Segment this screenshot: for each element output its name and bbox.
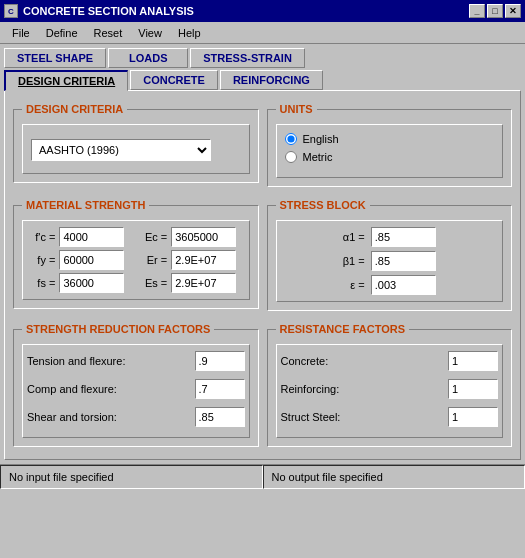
material-strength-label: MATERIAL STRENGTH [22,199,149,211]
beta1-input[interactable] [371,251,436,271]
shear-torsion-input[interactable] [195,407,245,427]
fy-label: fy = [27,254,55,266]
ec-label: Ec = [137,231,168,243]
window-controls: _ □ ✕ [469,4,521,18]
radio-metric-row: Metric [285,151,495,163]
design-criteria-dropdown-row: AASHTO (1996) ACI 318 LRFD [31,139,241,161]
tension-flex-row: Tension and flexure: [27,351,245,371]
es-label: Es = [137,277,168,289]
fy-input[interactable] [59,250,124,270]
menu-help[interactable]: Help [170,25,209,41]
menu-file[interactable]: File [4,25,38,41]
radio-metric[interactable] [285,151,297,163]
panel-grid: DESIGN CRITERIA AASHTO (1996) ACI 318 LR… [13,99,512,447]
ec-input[interactable] [171,227,236,247]
reinforcing-rf-row: Reinforcing: [281,379,499,399]
beta1-label: β1 = [281,255,365,267]
alpha1-label: α1 = [281,231,365,243]
shear-torsion-label: Shear and torsion: [27,411,191,423]
maximize-button[interactable]: □ [487,4,503,18]
units-group: UNITS English Metric [267,109,513,187]
tab-reinforcing[interactable]: REINFORCING [220,70,323,90]
units-label: UNITS [276,103,317,115]
status-right: No output file specified [263,465,526,489]
er-label: Er = [137,254,168,266]
tension-flex-label: Tension and flexure: [27,355,191,367]
strength-reduction-label: STRENGTH REDUCTION FACTORS [22,323,214,335]
window-title: CONCRETE SECTION ANALYSIS [23,5,194,17]
material-strength-group: MATERIAL STRENGTH f'c = Ec = fy = Er = f… [13,205,259,311]
struct-steel-rf-label: Struct Steel: [281,411,445,423]
resistance-factors-group: RESISTANCE FACTORS Concrete: Reinforcing… [267,329,513,447]
concrete-rf-input[interactable] [448,351,498,371]
status-bar: No input file specified No output file s… [0,464,525,489]
epsilon-label: ε = [281,279,365,291]
main-content: STEEL SHAPE LOADS STRESS-STRAIN DESIGN C… [0,44,525,464]
app-icon: C [4,4,18,18]
fc-label: f'c = [27,231,55,243]
epsilon-input[interactable] [371,275,436,295]
comp-flex-label: Comp and flexure: [27,383,191,395]
shear-torsion-row: Shear and torsion: [27,407,245,427]
design-criteria-label: DESIGN CRITERIA [22,103,127,115]
stress-block-group: STRESS BLOCK α1 = β1 = ε = [267,205,513,311]
resistance-factors-fields: Concrete: Reinforcing: Struct Steel: [281,351,499,431]
menu-view[interactable]: View [130,25,170,41]
concrete-rf-label: Concrete: [281,355,445,367]
design-criteria-select[interactable]: AASHTO (1996) ACI 318 LRFD [31,139,211,161]
radio-english-row: English [285,133,495,145]
menu-define[interactable]: Define [38,25,86,41]
reinforcing-rf-label: Reinforcing: [281,383,445,395]
material-strength-grid: f'c = Ec = fy = Er = fs = Es = [27,227,245,293]
es-input[interactable] [171,273,236,293]
reinforcing-rf-input[interactable] [448,379,498,399]
er-input[interactable] [171,250,236,270]
tab-steel-shape[interactable]: STEEL SHAPE [4,48,106,68]
status-left: No input file specified [0,465,263,489]
fs-label: fs = [27,277,55,289]
menu-reset[interactable]: Reset [86,25,131,41]
tab-stress-strain[interactable]: STRESS-STRAIN [190,48,305,68]
strength-reduction-group: STRENGTH REDUCTION FACTORS Tension and f… [13,329,259,447]
radio-english-label: English [303,133,339,145]
resistance-factors-label: RESISTANCE FACTORS [276,323,410,335]
struct-steel-rf-input[interactable] [448,407,498,427]
tabs-row2: DESIGN CRITERIA CONCRETE REINFORCING [4,70,521,90]
alpha1-input[interactable] [371,227,436,247]
tab-panel: DESIGN CRITERIA AASHTO (1996) ACI 318 LR… [4,90,521,460]
tab-loads[interactable]: LOADS [108,48,188,68]
fc-input[interactable] [59,227,124,247]
menu-bar: File Define Reset View Help [0,22,525,44]
tab-concrete[interactable]: CONCRETE [130,70,218,90]
design-criteria-group: DESIGN CRITERIA AASHTO (1996) ACI 318 LR… [13,109,259,187]
minimize-button[interactable]: _ [469,4,485,18]
strength-reduction-fields: Tension and flexure: Comp and flexure: S… [27,351,245,431]
tension-flex-input[interactable] [195,351,245,371]
stress-block-label: STRESS BLOCK [276,199,370,211]
stress-block-grid: α1 = β1 = ε = [281,227,499,295]
comp-flex-input[interactable] [195,379,245,399]
comp-flex-row: Comp and flexure: [27,379,245,399]
fs-input[interactable] [59,273,124,293]
close-button[interactable]: ✕ [505,4,521,18]
radio-english[interactable] [285,133,297,145]
concrete-rf-row: Concrete: [281,351,499,371]
tabs-row1: STEEL SHAPE LOADS STRESS-STRAIN [4,48,521,68]
tab-design-criteria[interactable]: DESIGN CRITERIA [4,70,128,91]
struct-steel-rf-row: Struct Steel: [281,407,499,427]
radio-metric-label: Metric [303,151,333,163]
title-bar: C CONCRETE SECTION ANALYSIS _ □ ✕ [0,0,525,22]
